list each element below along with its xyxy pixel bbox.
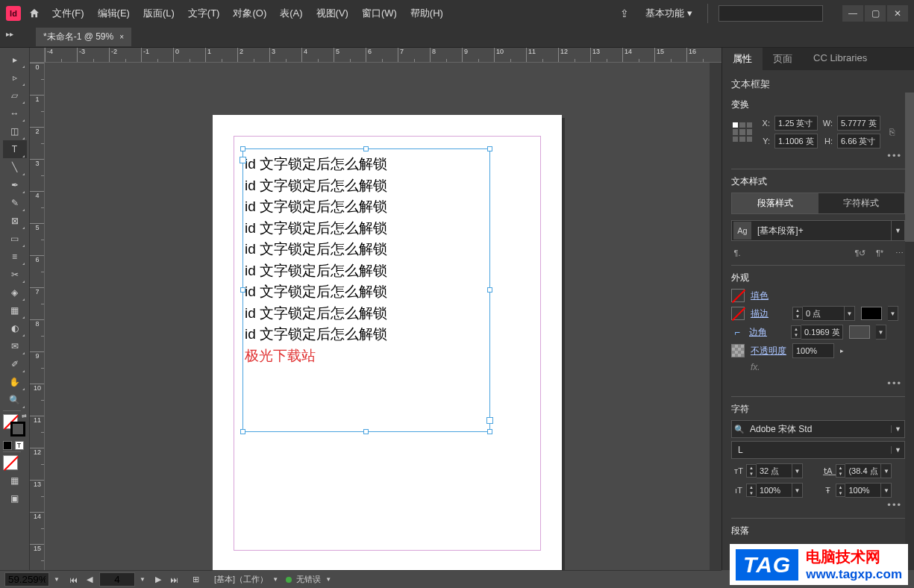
next-page-button[interactable]: ▶ (153, 575, 163, 584)
eyedropper-tool[interactable]: ✐ (3, 355, 27, 373)
corner-size-input[interactable] (801, 325, 843, 340)
preflight-label[interactable]: 无错误 (296, 574, 321, 585)
rows-tool[interactable]: ≡ (3, 248, 27, 266)
minimize-button[interactable]: — (842, 5, 863, 22)
prev-page-button[interactable]: ◀ (84, 575, 95, 584)
menu-item[interactable]: 帮助(H) (407, 4, 446, 23)
first-page-button[interactable]: ⏮ (67, 575, 80, 584)
maximize-button[interactable]: ▢ (865, 5, 886, 22)
resize-handle[interactable] (487, 429, 492, 434)
apply-text-icon[interactable]: T (15, 441, 24, 450)
vertical-scrollbar[interactable] (710, 63, 722, 570)
preflight-status-icon[interactable] (286, 577, 292, 583)
view-mode-preview[interactable]: ▣ (3, 490, 27, 507)
page-dropdown-icon[interactable]: ▼ (140, 576, 148, 583)
apply-color-icon[interactable] (3, 441, 12, 450)
view-mode-normal[interactable]: ▦ (3, 472, 27, 490)
pencil-tool[interactable]: ✎ (3, 194, 27, 212)
character-style-tab[interactable]: 字符样式 (818, 193, 905, 213)
resize-handle[interactable] (363, 146, 369, 151)
more-options-icon[interactable]: ••• (731, 148, 905, 163)
dropdown-icon[interactable]: ▼ (891, 221, 904, 240)
line-tool[interactable]: ╲ (3, 158, 27, 176)
paragraph-style-tab[interactable]: 段落样式 (732, 193, 818, 213)
resize-handle[interactable] (487, 146, 492, 151)
text-content[interactable]: id 文字锁定后怎么解锁id 文字锁定后怎么解锁id 文字锁定后怎么解锁id 文… (243, 149, 489, 371)
dropdown-icon[interactable]: ▼ (888, 306, 898, 321)
view-dropdown-icon[interactable]: ▼ (272, 576, 281, 583)
tab-pages[interactable]: 页面 (763, 48, 803, 70)
x-input[interactable] (774, 116, 818, 131)
default-swatch[interactable] (3, 455, 25, 472)
zoom-dropdown-icon[interactable]: ▼ (54, 576, 63, 583)
type-tool[interactable]: T (3, 140, 27, 158)
close-button[interactable]: ✕ (887, 5, 908, 22)
gradient-feather-tool[interactable]: ◐ (3, 319, 27, 337)
page-number-input[interactable] (99, 572, 135, 587)
direct-select-tool[interactable]: ▹ (3, 69, 27, 87)
font-style-select[interactable]: L ▼ (731, 441, 905, 459)
menu-item[interactable]: 文件(F) (49, 4, 87, 23)
resize-handle[interactable] (487, 287, 492, 293)
workspace-switcher[interactable]: 基本功能 ▾ (639, 4, 708, 23)
menu-item[interactable]: 编辑(E) (95, 4, 133, 23)
redefine-style-icon[interactable]: ¶* (874, 247, 886, 259)
content-collector[interactable]: ◫ (3, 122, 27, 140)
resize-handle[interactable] (240, 146, 245, 151)
stroke-weight-input[interactable] (803, 306, 845, 321)
gradient-swatch-tool[interactable]: ▦ (3, 301, 27, 319)
menu-item[interactable]: 对象(O) (230, 4, 269, 23)
stroke-style-chip[interactable] (861, 307, 882, 320)
constrain-proportions-icon[interactable]: ⎘ (889, 127, 895, 137)
last-page-button[interactable]: ⏭ (168, 575, 181, 584)
hscale-stepper[interactable]: ▲▼ (836, 484, 846, 497)
fill-swatch[interactable] (731, 289, 745, 302)
clear-overrides-icon[interactable]: ¶↺ (854, 247, 866, 259)
menu-item[interactable]: 视图(V) (313, 4, 351, 23)
size-stepper[interactable]: ▲▼ (746, 464, 757, 478)
stroke-stepper[interactable]: ▲▼ (792, 307, 803, 320)
page[interactable]: id 文字锁定后怎么解锁id 文字锁定后怎么解锁id 文字锁定后怎么解锁id 文… (213, 115, 562, 570)
font-family-select[interactable]: 🔍 Adobe 宋体 Std ▼ (731, 420, 905, 438)
more-options-icon[interactable]: ••• (731, 498, 905, 512)
dropdown-icon[interactable]: ▼ (845, 306, 855, 321)
view-mode-label[interactable]: [基本]（工作） (214, 574, 268, 585)
text-in-port[interactable] (240, 157, 246, 163)
menu-item[interactable]: 窗口(W) (359, 4, 400, 23)
font-size-input[interactable] (757, 463, 792, 478)
rectangle-frame-tool[interactable]: ⊠ (3, 212, 27, 230)
fill-stroke-swatch[interactable]: ⇄ (3, 414, 25, 437)
opacity-input[interactable] (792, 343, 834, 358)
corner-shape-chip[interactable] (849, 325, 870, 339)
expand-panels-icon[interactable]: ▸▸ (6, 30, 13, 38)
vscale-stepper[interactable]: ▲▼ (746, 484, 757, 497)
stroke-swatch[interactable] (731, 307, 745, 320)
selection-tool[interactable]: ▸ (3, 51, 27, 69)
vertical-ruler[interactable]: 0123456789101112131415 (30, 63, 45, 570)
fill-label[interactable]: 填色 (751, 290, 786, 302)
corner-label[interactable]: 边角 (749, 326, 785, 339)
free-transform-tool[interactable]: ◈ (3, 284, 27, 301)
text-frame-selected[interactable]: id 文字锁定后怎么解锁id 文字锁定后怎么解锁id 文字锁定后怎么解锁id 文… (242, 148, 490, 432)
menu-item[interactable]: 版面(L) (140, 4, 178, 23)
dropdown-icon[interactable]: ▼ (891, 446, 904, 454)
preflight-dropdown-icon[interactable]: ▼ (325, 576, 334, 583)
app-icon[interactable]: Id (6, 6, 21, 21)
text-out-port[interactable] (486, 417, 493, 424)
dropdown-icon[interactable]: ▼ (881, 483, 892, 498)
reference-point-selector[interactable] (731, 121, 754, 143)
pen-tool[interactable]: ✒ (3, 176, 27, 194)
panel-scrollbar[interactable] (905, 93, 914, 570)
w-input[interactable] (837, 116, 880, 131)
hand-tool[interactable]: ✋ (3, 373, 27, 391)
ruler-origin[interactable] (30, 48, 45, 63)
more-options-icon[interactable]: ••• (731, 376, 905, 390)
search-input[interactable] (719, 5, 823, 22)
dropdown-icon[interactable]: ▼ (876, 325, 886, 340)
stroke-label[interactable]: 描边 (751, 307, 786, 320)
vertical-scale-input[interactable] (757, 483, 792, 498)
home-icon[interactable] (28, 7, 40, 19)
horizontal-ruler[interactable]: -4-3-2-1012345678910111213141516 (45, 48, 722, 63)
horizontal-scale-input[interactable] (845, 483, 881, 498)
leading-input[interactable] (845, 463, 881, 478)
